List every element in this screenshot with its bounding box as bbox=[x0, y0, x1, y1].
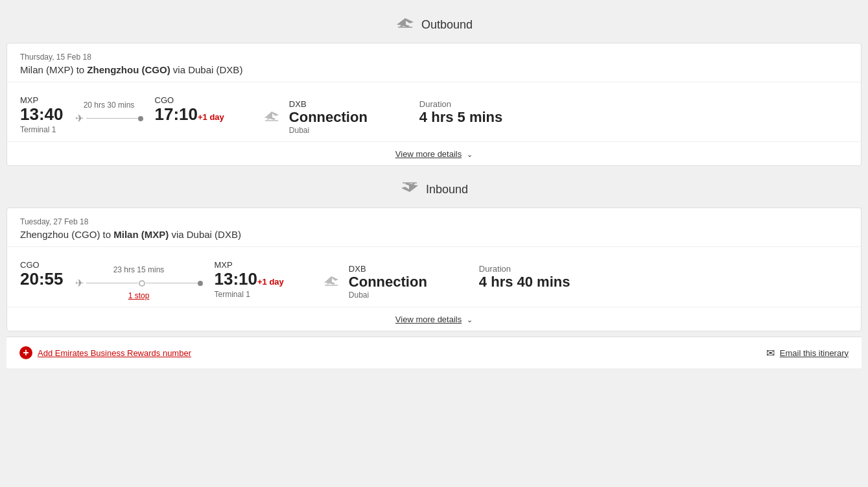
inbound-connection-block: DXB Connection Dubai bbox=[323, 264, 427, 300]
inbound-date: Tuesday, 27 Feb 18 bbox=[20, 217, 848, 226]
inbound-stop-dot bbox=[139, 280, 145, 287]
outbound-arr-day: +1 day bbox=[198, 112, 224, 122]
outbound-conn-city: Dubai bbox=[289, 126, 368, 135]
outbound-connection-row: DXB Connection Dubai bbox=[263, 99, 368, 135]
inbound-plane-icon bbox=[400, 180, 419, 198]
outbound-departure-block: MXP 13:40 Terminal 1 bbox=[20, 95, 64, 134]
outbound-label: Outbound bbox=[421, 18, 473, 32]
inbound-line-segment1 bbox=[86, 283, 138, 283]
inbound-flight-line: 23 hrs 15 mins ✈ 1 stop bbox=[64, 265, 215, 300]
outbound-route: Milan (MXP) to Zhengzhou (CGO) via Dubai… bbox=[20, 64, 848, 75]
inbound-line-segment2 bbox=[146, 283, 198, 283]
outbound-arrival-block: CGO 17:10+1 day bbox=[155, 95, 224, 124]
inbound-duration-label: 23 hrs 15 mins bbox=[113, 265, 165, 274]
outbound-view-more-row[interactable]: View more details ⌄ bbox=[7, 141, 861, 165]
inbound-label: Inbound bbox=[426, 183, 468, 196]
outbound-conn-text: DXB Connection Dubai bbox=[289, 99, 368, 135]
inbound-route: Zhengzhou (CGO) to Milan (MXP) via Dubai… bbox=[20, 229, 848, 240]
page-wrapper: Outbound Thursday, 15 Feb 18 Milan (MXP)… bbox=[0, 0, 868, 368]
outbound-arr-time: 17:10+1 day bbox=[155, 105, 224, 124]
inbound-conn-text: DXB Connection Dubai bbox=[349, 264, 427, 300]
plus-circle-icon: + bbox=[19, 346, 32, 359]
inbound-arr-time: 13:10+1 day bbox=[215, 270, 284, 289]
inbound-small-plane-icon: ✈ bbox=[75, 277, 84, 289]
outbound-end-dot bbox=[138, 116, 143, 121]
inbound-conn-plane-icon bbox=[323, 272, 340, 292]
outbound-dep-terminal: Terminal 1 bbox=[20, 125, 64, 134]
add-rewards-button[interactable]: + Add Emirates Business Rewards number bbox=[19, 346, 191, 359]
inbound-arrival-block: MXP 13:10+1 day Terminal 1 bbox=[215, 260, 284, 299]
inbound-chevron-icon: ⌄ bbox=[467, 316, 473, 324]
outbound-view-more-link[interactable]: View more details bbox=[395, 149, 462, 159]
inbound-view-more-link[interactable]: View more details bbox=[395, 315, 462, 324]
inbound-end-dot bbox=[198, 281, 203, 286]
inbound-dur-label: Duration bbox=[479, 264, 570, 274]
inbound-flight-details: CGO 20:55 23 hrs 15 mins ✈ 1 stop MXP 13… bbox=[7, 247, 861, 307]
outbound-date: Thursday, 15 Feb 18 bbox=[20, 53, 848, 62]
outbound-arr-airport: CGO bbox=[155, 95, 224, 105]
inbound-duration-block: Duration 4 hrs 40 mins bbox=[479, 264, 570, 291]
add-rewards-label[interactable]: Add Emirates Business Rewards number bbox=[38, 348, 191, 358]
outbound-dur-value: 4 hrs 5 mins bbox=[419, 109, 502, 126]
outbound-route-text: Milan (MXP) to Zhengzhou (CGO) via Dubai… bbox=[20, 64, 242, 75]
inbound-line: ✈ bbox=[75, 277, 203, 289]
outbound-plane-icon bbox=[395, 16, 415, 34]
inbound-departure-block: CGO 20:55 bbox=[20, 260, 64, 289]
outbound-card-header: Thursday, 15 Feb 18 Milan (MXP) to Zheng… bbox=[7, 43, 861, 82]
inbound-arr-terminal: Terminal 1 bbox=[215, 290, 284, 299]
bottom-bar: + Add Emirates Business Rewards number ✉… bbox=[6, 337, 862, 368]
email-label[interactable]: Email this itinerary bbox=[780, 348, 849, 358]
outbound-section-header: Outbound bbox=[6, 6, 862, 43]
inbound-arr-day: +1 day bbox=[257, 277, 284, 287]
outbound-duration-label: 20 hrs 30 mins bbox=[84, 101, 135, 110]
outbound-small-plane-icon: ✈ bbox=[75, 112, 84, 125]
inbound-conn-airport: DXB bbox=[349, 264, 427, 274]
inbound-dep-airport: CGO bbox=[20, 260, 64, 270]
inbound-conn-label: Connection bbox=[349, 274, 427, 291]
outbound-chevron-icon: ⌄ bbox=[467, 150, 473, 158]
outbound-card: Thursday, 15 Feb 18 Milan (MXP) to Zheng… bbox=[6, 43, 862, 166]
outbound-conn-airport: DXB bbox=[289, 99, 368, 109]
outbound-flight-details: MXP 13:40 Terminal 1 20 hrs 30 mins ✈ CG… bbox=[7, 82, 861, 141]
inbound-view-more-row[interactable]: View more details ⌄ bbox=[7, 307, 861, 331]
inbound-dur-value: 4 hrs 40 mins bbox=[479, 274, 570, 291]
outbound-dep-time: 13:40 bbox=[20, 105, 64, 124]
outbound-duration-block: Duration 4 hrs 5 mins bbox=[419, 99, 502, 126]
inbound-section-header: Inbound bbox=[6, 171, 862, 208]
outbound-dur-label: Duration bbox=[419, 99, 502, 109]
email-itinerary-button[interactable]: ✉ Email this itinerary bbox=[766, 347, 849, 359]
outbound-flight-line: 20 hrs 30 mins ✈ bbox=[64, 101, 155, 125]
inbound-conn-city: Dubai bbox=[349, 291, 427, 300]
inbound-connection-row: DXB Connection Dubai bbox=[323, 264, 427, 300]
inbound-card-header: Tuesday, 27 Feb 18 Zhengzhou (CGO) to Mi… bbox=[7, 208, 861, 247]
email-icon: ✉ bbox=[766, 347, 775, 359]
outbound-conn-label: Connection bbox=[289, 109, 368, 126]
outbound-line: ✈ bbox=[75, 112, 143, 125]
outbound-connection-block: DXB Connection Dubai bbox=[263, 99, 368, 135]
inbound-dep-time: 20:55 bbox=[20, 270, 64, 289]
outbound-line-segment bbox=[86, 118, 138, 119]
outbound-dep-airport: MXP bbox=[20, 95, 64, 105]
outbound-conn-plane-icon bbox=[263, 108, 280, 127]
inbound-arr-airport: MXP bbox=[215, 260, 284, 270]
inbound-route-text: Zhengzhou (CGO) to Milan (MXP) via Dubai… bbox=[20, 229, 241, 240]
inbound-stop-link[interactable]: 1 stop bbox=[128, 291, 150, 300]
inbound-card: Tuesday, 27 Feb 18 Zhengzhou (CGO) to Mi… bbox=[6, 208, 862, 331]
